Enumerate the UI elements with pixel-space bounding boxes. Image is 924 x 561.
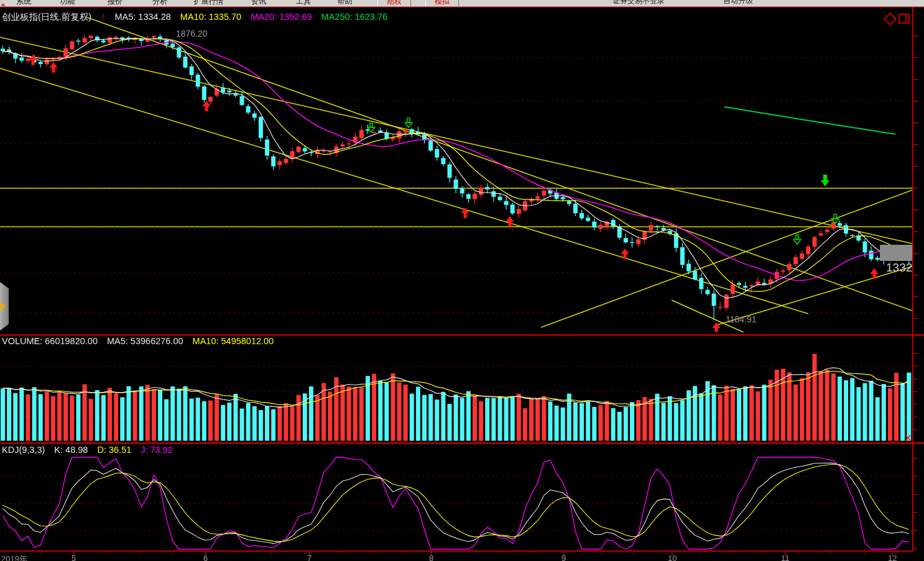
axis-month-label: 7 xyxy=(307,554,312,561)
menu-item-help[interactable]: 帮助 xyxy=(337,0,352,7)
axis-year-label: 2019年 xyxy=(1,554,27,561)
app-window: « 系统 功能 报价 分析 扩展行情 资讯 工具 帮助 期权 模拟 证券交易不登… xyxy=(0,0,924,561)
axis-month-label: 9 xyxy=(561,554,566,561)
window-split-icon[interactable] xyxy=(899,14,910,24)
menu-status-text: 证券交易不登录 xyxy=(612,0,665,6)
kdj-title: KDJ(9,3,3) xyxy=(2,445,45,455)
chart-canvas[interactable] xyxy=(0,0,924,561)
kdj-k-value: K: 48.98 xyxy=(54,445,88,455)
main-chart-header: 创业板指(日线.前复权) ↑ MA5: 1334.28 MA10: 1335.7… xyxy=(2,11,394,23)
ma5-value: MA5: 1334.28 xyxy=(115,12,171,22)
panel-icons xyxy=(885,14,910,24)
trough-price-label: 1184.91 xyxy=(726,314,757,324)
menu-item-extended[interactable]: 扩展行情 xyxy=(193,0,223,7)
menu-item-function[interactable]: 功能 xyxy=(60,0,75,7)
axis-month-label: 12 xyxy=(888,554,897,561)
menu-item-tools[interactable]: 工具 xyxy=(296,0,311,7)
volume-value: VOLUME: 66019820.00 xyxy=(2,336,98,346)
menu-item-news[interactable]: 资讯 xyxy=(251,0,266,7)
menu-status-text2: 自动升级 xyxy=(723,0,753,6)
axis-month-label: 6 xyxy=(203,554,208,561)
peak-price-label: 1876.20 xyxy=(176,29,208,39)
app-icon[interactable]: « xyxy=(1,1,5,7)
menu-item-quote[interactable]: 报价 xyxy=(108,0,122,7)
menu-button-options[interactable]: 期权 xyxy=(377,0,411,7)
menu-item-system[interactable]: 系统 xyxy=(16,0,31,7)
kdj-d-value: D: 36.51 xyxy=(97,445,131,455)
indicator-close-button[interactable]: X xyxy=(905,433,911,443)
axis-month-label: 10 xyxy=(668,554,677,561)
sidebar-collapse-handle[interactable] xyxy=(0,282,9,331)
expand-arrow-icon xyxy=(1,302,6,311)
axis-month-label: 8 xyxy=(429,554,433,561)
menu-button-simulation[interactable]: 模拟 xyxy=(425,0,459,7)
ma250-value: MA250: 1623.76 xyxy=(321,12,387,22)
axis-month-label: 11 xyxy=(781,554,790,561)
trend-up-arrow-icon: ↑ xyxy=(101,12,105,22)
axis-month-label: 5 xyxy=(72,554,76,561)
ma10-value: MA10: 1335.70 xyxy=(180,12,241,22)
kdj-header: KDJ(9,3,3) K: 48.98 D: 36.51 J: 73.92 xyxy=(2,445,180,455)
kdj-j-value: J: 73.92 xyxy=(141,445,173,455)
volume-ma10-value: MA10: 54958012.00 xyxy=(193,336,274,346)
diamond-icon[interactable] xyxy=(884,12,897,25)
last-price-label: 1332 xyxy=(886,261,912,275)
chart-title: 创业板指(日线.前复权) xyxy=(2,12,91,22)
volume-header: VOLUME: 66019820.00 MA5: 53966276.00 MA1… xyxy=(2,336,280,346)
menu-item-analysis[interactable]: 分析 xyxy=(152,0,167,7)
menu-bar: « 系统 功能 报价 分析 扩展行情 资讯 工具 帮助 期权 模拟 证券交易不登… xyxy=(0,0,924,7)
ma20-value: MA20: 1352.69 xyxy=(251,12,312,22)
volume-ma5-value: MA5: 53966276.00 xyxy=(107,336,183,346)
